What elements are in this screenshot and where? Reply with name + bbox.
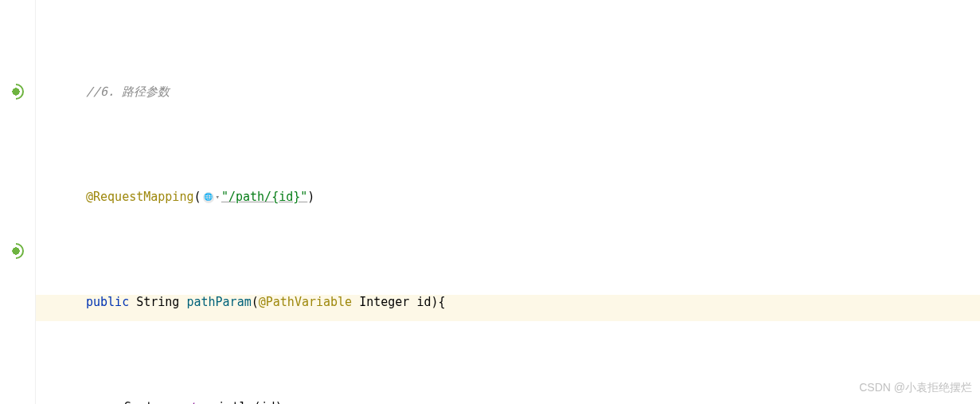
code-line[interactable]: public String pathParam(@PathVariable In… (48, 289, 980, 316)
code-line[interactable]: @RequestMapping(🌐▾"/path/{id}") (48, 184, 980, 210)
method-name: pathParam (186, 289, 251, 316)
watermark-text: CSDN @小袁拒绝摆烂 (859, 375, 972, 400)
chevron-down-icon[interactable]: ▾ (216, 190, 220, 206)
code-line[interactable]: System.out.println(id); (48, 394, 980, 404)
spring-endpoint-icon[interactable] (10, 245, 24, 259)
url-string: "/path/{id}" (221, 184, 307, 210)
spring-endpoint-icon[interactable] (10, 85, 24, 100)
annotation: @RequestMapping (86, 184, 193, 210)
code-editor[interactable]: //6. 路径参数 @RequestMapping(🌐▾"/path/{id}"… (48, 0, 980, 404)
code-line[interactable]: //6. 路径参数 (48, 79, 980, 105)
comment-text: //6. 路径参数 (86, 79, 170, 105)
editor-gutter (0, 0, 36, 404)
web-icon[interactable]: 🌐 (203, 192, 214, 203)
